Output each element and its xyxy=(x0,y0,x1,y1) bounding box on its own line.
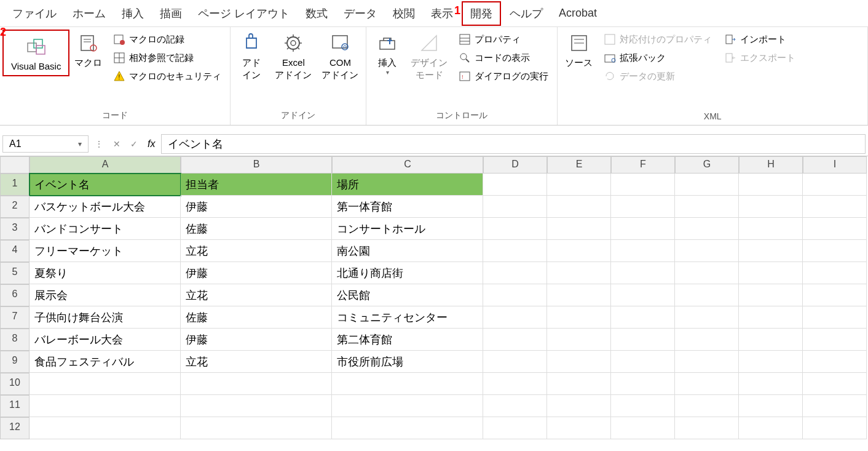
cell[interactable]: 伊藤 xyxy=(181,262,332,284)
cell[interactable] xyxy=(739,240,803,262)
insert-control-button[interactable]: 挿入 ▾ xyxy=(369,30,406,78)
row-header[interactable]: 2 xyxy=(0,196,30,218)
menu-draw[interactable]: 描画 xyxy=(152,2,189,25)
cell[interactable] xyxy=(483,284,547,306)
row-header[interactable]: 6 xyxy=(0,284,30,306)
cell[interactable]: バンドコンサート xyxy=(30,218,181,240)
excel-addin-button[interactable]: Excel アドイン xyxy=(270,30,317,83)
cell[interactable] xyxy=(675,351,739,373)
import-button[interactable]: インポート xyxy=(722,32,798,47)
cell[interactable]: 市役所前広場 xyxy=(332,351,483,373)
formula-dropdown-icon[interactable]: ⋮ xyxy=(91,137,107,151)
cell[interactable] xyxy=(547,240,611,262)
cell[interactable] xyxy=(611,373,675,395)
cell[interactable]: コンサートホール xyxy=(332,218,483,240)
cell[interactable]: バレーボール大会 xyxy=(30,329,181,351)
menu-acrobat[interactable]: Acrobat xyxy=(551,3,604,23)
cell[interactable] xyxy=(547,373,611,395)
cell[interactable]: 佐藤 xyxy=(181,218,332,240)
column-header[interactable]: G xyxy=(675,156,739,174)
cell[interactable] xyxy=(675,329,739,351)
cell[interactable] xyxy=(803,284,867,306)
cell[interactable]: 第二体育館 xyxy=(332,329,483,351)
cell[interactable] xyxy=(803,351,867,373)
macros-button[interactable]: マクロ xyxy=(69,30,107,71)
row-header[interactable]: 1 xyxy=(0,174,30,196)
cell[interactable]: 夏祭り xyxy=(30,262,181,284)
cell[interactable] xyxy=(547,196,611,218)
cell[interactable] xyxy=(739,196,803,218)
cell[interactable] xyxy=(739,395,803,417)
row-header[interactable]: 8 xyxy=(0,329,30,351)
design-mode-button[interactable]: デザイン モード xyxy=(406,30,452,83)
menu-developer[interactable]: 1 開発 xyxy=(462,1,501,26)
cell[interactable] xyxy=(30,373,181,395)
cell[interactable] xyxy=(803,417,867,439)
cell[interactable] xyxy=(611,417,675,439)
cell[interactable] xyxy=(803,329,867,351)
row-header[interactable]: 4 xyxy=(0,240,30,262)
cell[interactable]: フリーマーケット xyxy=(30,240,181,262)
cell[interactable] xyxy=(483,351,547,373)
properties-button[interactable]: プロパティ xyxy=(456,32,551,47)
com-addin-button[interactable]: COM アドイン xyxy=(317,30,363,83)
chevron-down-icon[interactable]: ▾ xyxy=(78,140,82,148)
cell[interactable] xyxy=(803,218,867,240)
column-header[interactable]: I xyxy=(803,156,867,174)
cell[interactable] xyxy=(547,329,611,351)
cell[interactable] xyxy=(803,174,867,196)
cell[interactable] xyxy=(675,417,739,439)
cell[interactable] xyxy=(332,417,483,439)
cell[interactable] xyxy=(675,240,739,262)
cell[interactable] xyxy=(332,373,483,395)
cell[interactable] xyxy=(739,306,803,329)
view-code-button[interactable]: コードの表示 xyxy=(456,50,551,65)
cell[interactable]: バスケットボール大会 xyxy=(30,196,181,218)
cell[interactable]: 立花 xyxy=(181,240,332,262)
column-header[interactable]: D xyxy=(483,156,547,174)
row-header[interactable]: 3 xyxy=(0,218,30,240)
cell[interactable]: 公民館 xyxy=(332,284,483,306)
cell[interactable]: 食品フェスティバル xyxy=(30,351,181,373)
cell[interactable] xyxy=(803,395,867,417)
cell[interactable] xyxy=(30,395,181,417)
row-header[interactable]: 5 xyxy=(0,262,30,284)
cell[interactable] xyxy=(739,262,803,284)
cell[interactable] xyxy=(611,395,675,417)
row-header[interactable]: 11 xyxy=(0,395,30,417)
cell[interactable] xyxy=(181,373,332,395)
confirm-icon[interactable]: ✓ xyxy=(127,137,141,151)
menu-file[interactable]: ファイル xyxy=(5,2,64,25)
cell[interactable]: コミュニティセンター xyxy=(332,306,483,329)
cell[interactable]: 第一体育館 xyxy=(332,196,483,218)
addin-button[interactable]: アド イン xyxy=(233,30,270,83)
cell[interactable] xyxy=(739,417,803,439)
cell[interactable] xyxy=(547,284,611,306)
row-header[interactable]: 9 xyxy=(0,351,30,373)
cell[interactable] xyxy=(675,218,739,240)
cell[interactable] xyxy=(739,218,803,240)
row-header[interactable]: 10 xyxy=(0,373,30,395)
cell[interactable] xyxy=(611,306,675,329)
cell[interactable] xyxy=(739,351,803,373)
cell[interactable] xyxy=(547,262,611,284)
cell[interactable] xyxy=(675,306,739,329)
run-dialog-button[interactable]: ! ダイアログの実行 xyxy=(456,69,551,84)
cell[interactable] xyxy=(803,373,867,395)
cell[interactable] xyxy=(803,306,867,329)
cell[interactable]: 伊藤 xyxy=(181,329,332,351)
cell[interactable] xyxy=(803,262,867,284)
cell[interactable] xyxy=(675,174,739,196)
cell[interactable] xyxy=(611,329,675,351)
cell[interactable] xyxy=(483,395,547,417)
column-header[interactable]: A xyxy=(30,156,181,174)
cell[interactable] xyxy=(332,395,483,417)
spreadsheet-grid[interactable]: ABCDEFGHI1イベント名担当者場所2バスケットボール大会伊藤第一体育館3バ… xyxy=(0,156,868,439)
cell[interactable] xyxy=(611,284,675,306)
cell[interactable] xyxy=(675,395,739,417)
cell[interactable] xyxy=(739,373,803,395)
cell[interactable] xyxy=(611,196,675,218)
cell[interactable] xyxy=(803,240,867,262)
cell[interactable] xyxy=(675,196,739,218)
cell[interactable] xyxy=(30,417,181,439)
